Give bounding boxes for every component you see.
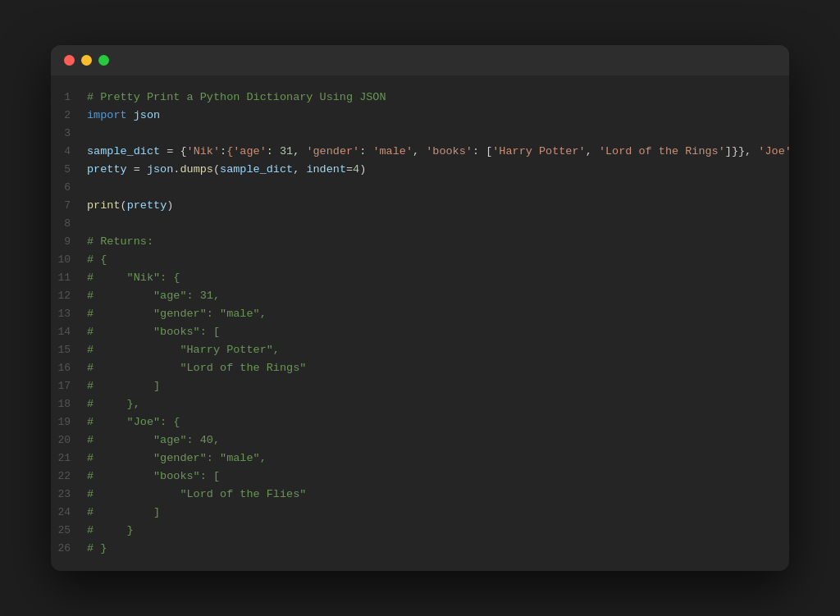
minimize-button[interactable]	[81, 55, 92, 66]
code-line: 19# "Joe": {	[51, 413, 789, 431]
line-number: 24	[57, 504, 87, 522]
line-number: 22	[57, 468, 87, 486]
code-line: 4sample_dict = {'Nik':{'age': 31, 'gende…	[51, 143, 789, 161]
line-number: 15	[57, 341, 87, 359]
code-window: 1# Pretty Print a Python Dictionary Usin…	[51, 45, 789, 571]
line-content: # Returns:	[87, 233, 783, 251]
line-content: # "Lord of the Rings"	[87, 359, 783, 377]
code-line: 13# "gender": "male",	[51, 305, 789, 323]
code-line: 18# },	[51, 395, 789, 413]
line-number: 8	[57, 215, 87, 233]
code-line: 23# "Lord of the Flies"	[51, 486, 789, 504]
line-content: # "books": [	[87, 468, 783, 486]
line-content: # "gender": "male",	[87, 305, 783, 323]
code-line: 14# "books": [	[51, 323, 789, 341]
line-content: # "gender": "male",	[87, 449, 783, 468]
line-content: # "Harry Potter",	[87, 341, 783, 359]
code-line: 9# Returns:	[51, 233, 789, 251]
line-number: 1	[57, 89, 87, 107]
line-content: print(pretty)	[87, 197, 783, 215]
code-line: 1# Pretty Print a Python Dictionary Usin…	[51, 89, 789, 107]
line-number: 3	[57, 125, 87, 143]
close-button[interactable]	[64, 55, 75, 66]
line-number: 9	[57, 233, 87, 251]
code-line: 7print(pretty)	[51, 197, 789, 215]
code-editor: 1# Pretty Print a Python Dictionary Usin…	[51, 75, 789, 571]
line-content: # "age": 31,	[87, 287, 783, 305]
titlebar	[51, 45, 789, 75]
code-line: 12# "age": 31,	[51, 287, 789, 305]
line-number: 10	[57, 251, 87, 269]
line-number: 19	[57, 413, 87, 431]
line-content: # ]	[87, 504, 783, 522]
code-line: 8	[51, 215, 789, 233]
line-number: 13	[57, 305, 87, 323]
code-line: 20# "age": 40,	[51, 431, 789, 449]
code-line: 24# ]	[51, 504, 789, 522]
line-number: 26	[57, 540, 87, 558]
line-number: 12	[57, 287, 87, 305]
line-content: # Pretty Print a Python Dictionary Using…	[87, 89, 783, 107]
code-line: 21# "gender": "male",	[51, 449, 789, 468]
line-content: # "Lord of the Flies"	[87, 486, 783, 504]
line-number: 5	[57, 161, 87, 179]
line-number: 4	[57, 143, 87, 161]
line-number: 16	[57, 359, 87, 377]
line-content: # },	[87, 395, 783, 413]
line-number: 7	[57, 197, 87, 215]
line-number: 2	[57, 107, 87, 125]
line-content: # "books": [	[87, 323, 783, 341]
line-content: # }	[87, 522, 783, 540]
line-content: sample_dict = {'Nik':{'age': 31, 'gender…	[87, 143, 789, 161]
code-line: 11# "Nik": {	[51, 269, 789, 287]
line-content: # "age": 40,	[87, 431, 783, 449]
line-content: # }	[87, 540, 783, 558]
code-line: 22# "books": [	[51, 468, 789, 486]
code-line: 16# "Lord of the Rings"	[51, 359, 789, 377]
code-line: 3	[51, 125, 789, 143]
code-line: 26# }	[51, 540, 789, 558]
line-content: # ]	[87, 377, 783, 395]
line-content: # "Joe": {	[87, 413, 783, 431]
line-number: 23	[57, 486, 87, 504]
line-number: 11	[57, 269, 87, 287]
line-content: # "Nik": {	[87, 269, 783, 287]
line-number: 25	[57, 522, 87, 540]
code-line: 15# "Harry Potter",	[51, 341, 789, 359]
line-number: 14	[57, 323, 87, 341]
line-number: 18	[57, 395, 87, 413]
maximize-button[interactable]	[98, 55, 109, 66]
line-content: pretty = json.dumps(sample_dict, indent=…	[87, 161, 783, 179]
line-content: # {	[87, 251, 783, 269]
line-number: 21	[57, 449, 87, 468]
code-line: 25# }	[51, 522, 789, 540]
line-content: import json	[87, 107, 783, 125]
code-line: 6	[51, 179, 789, 197]
code-line: 5pretty = json.dumps(sample_dict, indent…	[51, 161, 789, 179]
line-number: 6	[57, 179, 87, 197]
code-line: 17# ]	[51, 377, 789, 395]
code-line: 2import json	[51, 107, 789, 125]
line-number: 17	[57, 377, 87, 395]
code-line: 10# {	[51, 251, 789, 269]
line-number: 20	[57, 431, 87, 449]
